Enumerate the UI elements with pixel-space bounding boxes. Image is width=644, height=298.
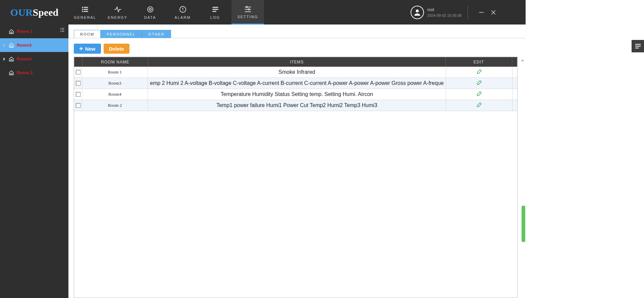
home-icon [9, 70, 14, 76]
sidebar-item-room1[interactable]: Room 1 [0, 24, 68, 38]
svg-point-30 [60, 31, 61, 32]
new-button-label: New [85, 46, 96, 52]
scroll-up-arrow[interactable] [520, 58, 525, 64]
cell-room-name: Room4 [82, 89, 148, 100]
edit-button[interactable] [476, 68, 482, 76]
nav-general[interactable]: GENERAL [69, 0, 101, 24]
cell-items: Temp1 power failure Humi1 Power Cut Temp… [148, 100, 446, 111]
home-icon [9, 43, 14, 48]
minimize-button[interactable] [477, 8, 486, 17]
sliders-icon [244, 5, 252, 13]
cell-room-name: Room3 [82, 78, 148, 89]
svg-point-26 [60, 28, 61, 29]
row-checkbox[interactable] [76, 70, 80, 74]
settings-tabs: ROOM PERSONNEL OTHER [74, 30, 171, 38]
pulse-icon [114, 5, 122, 13]
desktop-background [526, 0, 644, 298]
table-row: Room 1 Smoke Infrared [74, 67, 517, 78]
th-checkbox [74, 57, 83, 66]
sidebar: Room 1 Room3 Room4 Room 2 [0, 24, 68, 298]
nav-label: SETTING [237, 15, 258, 19]
nav-setting[interactable]: SETTING [231, 0, 264, 24]
user-time: 2024-09-02 15:35:08 [427, 13, 462, 17]
svg-point-7 [149, 8, 151, 10]
main-nav: GENERAL ENERGY DATA ALARM LOG [69, 0, 264, 24]
divider [468, 6, 468, 19]
sidebar-item-label: Room 1 [17, 29, 33, 34]
cell-items: emp 2 Humi 2 A-voltage B-voltage C-volta… [148, 78, 446, 89]
th-room-name: ROOM NAME [83, 57, 148, 66]
table-row: Room 2 Temp1 power failure Humi1 Power C… [74, 100, 517, 111]
sidebar-item-room3[interactable]: Room3 [0, 38, 68, 52]
nav-label: GENERAL [74, 15, 96, 19]
svg-rect-1 [84, 7, 88, 8]
th-scroll-gutter [512, 57, 517, 66]
tab-other[interactable]: OTHER [142, 30, 171, 38]
cell-room-name: Room 2 [82, 100, 148, 111]
svg-point-15 [246, 6, 248, 8]
tab-label: OTHER [148, 32, 165, 36]
svg-rect-24 [635, 46, 641, 47]
window-scrollbar-thumb[interactable] [522, 206, 525, 242]
svg-rect-29 [61, 30, 64, 30]
new-button[interactable]: + New [74, 44, 101, 54]
nav-data[interactable]: DATA [134, 0, 166, 24]
svg-rect-25 [635, 47, 639, 48]
close-button[interactable] [489, 8, 498, 17]
sidebar-item-label: Room4 [17, 56, 32, 61]
tab-room[interactable]: ROOM [74, 30, 100, 38]
sidebar-collapse-toggle[interactable] [59, 27, 68, 34]
svg-point-4 [82, 11, 83, 12]
cell-items: Temperature Humidity Status Setting temp… [148, 89, 446, 100]
caret-icon [3, 57, 5, 61]
app-logo: OURSpeed [0, 0, 69, 24]
nav-label: DATA [144, 15, 156, 19]
svg-point-17 [248, 9, 250, 10]
alert-icon [179, 5, 187, 13]
svg-rect-5 [84, 11, 88, 12]
plus-icon: + [79, 45, 83, 53]
user-avatar[interactable] [411, 6, 424, 19]
row-checkbox[interactable] [76, 92, 80, 97]
edit-button[interactable] [476, 102, 482, 109]
svg-marker-33 [521, 59, 524, 61]
svg-rect-31 [61, 31, 64, 32]
svg-rect-11 [213, 7, 218, 8]
caret-icon [3, 44, 5, 47]
user-name: root [427, 7, 462, 12]
row-checkbox[interactable] [76, 81, 80, 86]
svg-rect-3 [84, 9, 88, 10]
nav-alarm[interactable]: ALARM [166, 0, 199, 24]
svg-rect-13 [213, 11, 216, 12]
sidebar-item-room2[interactable]: Room 2 [0, 66, 68, 80]
delete-button[interactable]: Delete [104, 44, 129, 54]
right-panel-toggle[interactable] [632, 40, 644, 52]
nav-log[interactable]: LOG [199, 0, 231, 24]
cell-items: Smoke Infrared [148, 67, 446, 78]
tab-underline [68, 38, 526, 38]
tab-personnel[interactable]: PERSONNEL [100, 30, 142, 38]
nav-label: ENERGY [108, 15, 127, 19]
row-checkbox[interactable] [76, 103, 80, 108]
table-body: Room 1 Smoke Infrared Room3 emp 2 Humi 2… [74, 67, 517, 111]
edit-button[interactable] [476, 80, 482, 87]
edit-button[interactable] [476, 91, 482, 98]
rooms-table: ROOM NAME ITEMS EDIT Room 1 Smoke Infrar… [74, 57, 518, 298]
svg-point-19 [416, 9, 419, 12]
svg-point-6 [148, 7, 153, 12]
svg-rect-27 [61, 28, 64, 29]
content-area: ROOM PERSONNEL OTHER + New Delete ROOM N… [68, 24, 526, 298]
nav-energy[interactable]: ENERGY [101, 0, 134, 24]
sidebar-item-room4[interactable]: Room4 [0, 52, 68, 66]
svg-rect-12 [213, 9, 218, 10]
th-items: ITEMS [148, 57, 446, 66]
list-icon [81, 5, 89, 13]
logo-part2: Speed [33, 7, 58, 18]
svg-rect-23 [635, 44, 641, 45]
th-edit: EDIT [446, 57, 512, 66]
table-row: Room3 emp 2 Humi 2 A-voltage B-voltage C… [74, 78, 517, 89]
delete-button-label: Delete [109, 46, 124, 52]
button-row: + New Delete [74, 44, 129, 54]
user-box: root 2024-09-02 15:35:08 [411, 0, 498, 24]
svg-point-0 [82, 7, 83, 8]
